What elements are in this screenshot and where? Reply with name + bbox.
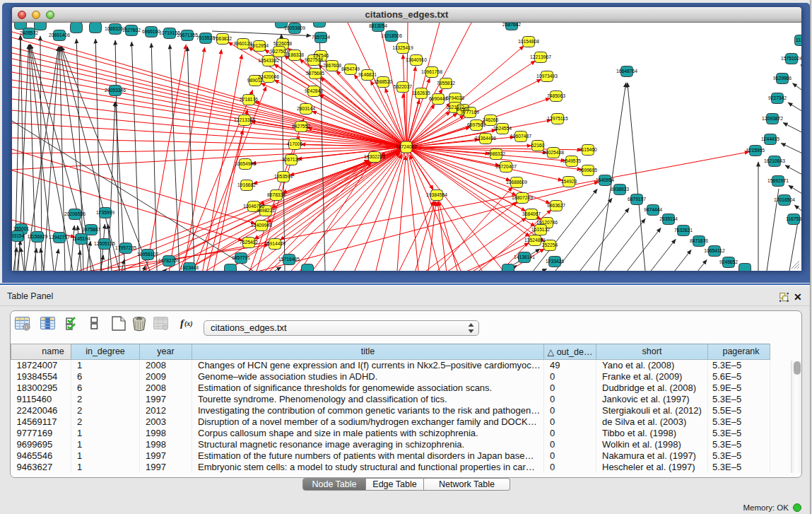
svg-text:9699695: 9699695 — [579, 168, 597, 173]
svg-text:16914479: 16914479 — [264, 241, 286, 246]
svg-text:8813054: 8813054 — [369, 23, 387, 28]
svg-text:12213383: 12213383 — [234, 117, 255, 122]
svg-text:10688609: 10688609 — [506, 180, 527, 185]
svg-text:1588520: 1588520 — [374, 79, 392, 84]
svg-text:1923448: 1923448 — [180, 265, 199, 270]
svg-text:15751024: 15751024 — [781, 56, 801, 61]
svg-text:12505135: 12505135 — [94, 241, 115, 246]
svg-text:154923: 154923 — [561, 179, 577, 184]
svg-text:17016504: 17016504 — [774, 197, 795, 202]
svg-text:19218506: 19218506 — [381, 33, 402, 38]
svg-text:15720407: 15720407 — [495, 164, 517, 169]
svg-text:14136141: 14136141 — [514, 255, 535, 259]
svg-text:6990448: 6990448 — [429, 96, 447, 101]
svg-text:19384554: 19384554 — [426, 192, 447, 197]
svg-text:16210643: 16210643 — [764, 158, 785, 163]
svg-text:10961758: 10961758 — [421, 69, 442, 74]
svg-text:6966160: 6966160 — [142, 29, 160, 34]
svg-text:5875685: 5875685 — [306, 71, 324, 76]
svg-text:1353594: 1353594 — [274, 174, 293, 179]
svg-text:8454749: 8454749 — [341, 66, 360, 71]
svg-text:3684067: 3684067 — [522, 211, 541, 216]
svg-text:3267130: 3267130 — [282, 157, 300, 162]
svg-text:17957235: 17957235 — [115, 245, 136, 250]
svg-text:8912954: 8912954 — [250, 43, 269, 48]
svg-text:3624554: 3624554 — [493, 126, 512, 131]
svg-text:5226058: 5226058 — [273, 41, 292, 46]
svg-text:116753: 116753 — [786, 216, 801, 221]
svg-text:13640910: 13640910 — [406, 57, 427, 62]
svg-text:1244415: 1244415 — [761, 136, 779, 141]
svg-text:3975887: 3975887 — [82, 227, 100, 232]
svg-text:252254: 252254 — [542, 243, 558, 247]
svg-text:7986322: 7986322 — [487, 151, 505, 156]
svg-text:18302275: 18302275 — [364, 154, 385, 159]
svg-text:417006: 417006 — [287, 141, 303, 146]
svg-text:9327508: 9327508 — [305, 57, 323, 62]
svg-text:18807249: 18807249 — [512, 195, 533, 200]
svg-text:8427552: 8427552 — [292, 124, 310, 129]
svg-text:33154: 33154 — [12, 233, 25, 238]
svg-text:16053809: 16053809 — [284, 25, 305, 30]
svg-text:1640954: 1640954 — [596, 177, 614, 182]
svg-text:1145194: 1145194 — [72, 236, 90, 241]
svg-text:8215955: 8215955 — [746, 148, 765, 153]
svg-text:1549575: 1549575 — [563, 158, 581, 163]
svg-text:62160: 62160 — [531, 143, 545, 148]
svg-text:9115460: 9115460 — [579, 147, 597, 152]
svg-text:2935114: 2935114 — [659, 216, 678, 221]
svg-text:8471676: 8471676 — [690, 238, 708, 243]
svg-text:7357224: 7357224 — [312, 35, 330, 40]
svg-text:(x): (x) — [184, 320, 193, 328]
svg-text:1916682: 1916682 — [237, 182, 256, 187]
svg-text:15716485: 15716485 — [278, 257, 300, 262]
svg-text:12213967: 12213967 — [530, 54, 551, 59]
svg-text:5322037: 5322037 — [394, 84, 412, 89]
svg-text:2687682: 2687682 — [502, 23, 521, 27]
svg-text:9245652: 9245652 — [719, 259, 738, 264]
svg-text:355001: 355001 — [13, 226, 30, 231]
svg-text:16648764: 16648764 — [616, 69, 637, 74]
svg-text:11156829: 11156829 — [28, 234, 48, 239]
svg-text:12942737: 12942737 — [49, 235, 70, 240]
svg-text:9474444: 9474444 — [644, 207, 662, 212]
svg-text:1117: 1117 — [796, 37, 801, 42]
svg-text:29053346: 29053346 — [105, 88, 126, 93]
svg-text:6879197: 6879197 — [628, 197, 646, 201]
svg-text:7485063: 7485063 — [547, 93, 565, 98]
svg-text:10543382: 10543382 — [258, 58, 279, 63]
svg-text:2803144: 2803144 — [297, 106, 315, 111]
svg-text:9129966: 9129966 — [773, 76, 792, 81]
svg-text:1733426: 1733426 — [546, 259, 564, 264]
svg-text:15692971: 15692971 — [767, 178, 789, 183]
svg-text:10654112: 10654112 — [704, 248, 725, 253]
svg-text:9457791: 9457791 — [232, 255, 250, 260]
svg-text:1527602: 1527602 — [122, 28, 141, 33]
svg-text:13524851: 13524851 — [524, 238, 546, 243]
svg-text:746266: 746266 — [483, 117, 499, 122]
svg-text:12409948: 12409948 — [251, 223, 272, 228]
svg-text:6897568: 6897568 — [467, 122, 486, 127]
svg-text:989012: 989012 — [247, 78, 264, 83]
svg-text:16120746: 16120746 — [536, 220, 558, 225]
svg-text:10958107: 10958107 — [137, 252, 158, 257]
svg-text:4498222: 4498222 — [257, 208, 275, 213]
svg-text:8878334: 8878334 — [267, 192, 286, 197]
svg-text:2405572: 2405572 — [20, 30, 38, 35]
svg-text:11325419: 11325419 — [392, 45, 413, 50]
svg-text:7632621: 7632621 — [674, 228, 693, 233]
svg-text:9146821: 9146821 — [358, 72, 377, 77]
svg-text:18724007: 18724007 — [396, 144, 417, 149]
svg-text:2867608: 2867608 — [323, 63, 341, 68]
svg-text:10154808: 10154808 — [518, 39, 539, 44]
svg-text:1615132: 1615132 — [531, 227, 550, 232]
svg-text:10025438: 10025438 — [543, 150, 564, 155]
svg-text:9242848: 9242848 — [305, 88, 323, 93]
svg-text:6794028: 6794028 — [446, 95, 464, 100]
svg-text:9227342: 9227342 — [768, 95, 787, 100]
svg-text:21364436: 21364436 — [475, 136, 496, 141]
svg-text:8186328: 8186328 — [286, 52, 304, 57]
svg-text:9463627: 9463627 — [547, 203, 565, 208]
svg-text:10607487: 10607487 — [510, 134, 531, 139]
svg-text:7625402: 7625402 — [240, 240, 258, 245]
